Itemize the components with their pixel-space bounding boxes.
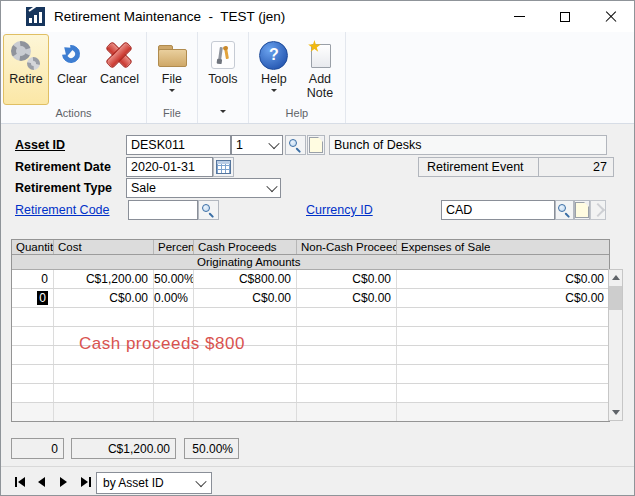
- scroll-up-button[interactable]: [609, 270, 622, 285]
- file-dropdown-caret-icon: [169, 89, 175, 95]
- folder-icon: [157, 43, 187, 67]
- tools-group-caret[interactable]: [198, 105, 248, 123]
- retire-button[interactable]: Retire: [3, 34, 49, 105]
- window-title: Retirement Maintenance - TEST (jen): [54, 9, 285, 24]
- previous-record-button[interactable]: [33, 472, 50, 491]
- cancel-button[interactable]: Cancel: [95, 34, 144, 105]
- table-row[interactable]: 0 C$1,200.00 50.00% C$800.00 C$0.00 C$0.…: [12, 270, 609, 289]
- asset-id-lookup-button[interactable]: [285, 135, 306, 155]
- file-button[interactable]: File: [149, 34, 195, 105]
- retirement-type-label: Retirement Type: [15, 178, 112, 198]
- retirement-code-link[interactable]: Retirement Code: [15, 200, 110, 220]
- cell-non-cash-proceeds[interactable]: C$0.00: [297, 270, 397, 288]
- actions-group-label: Actions: [1, 105, 146, 123]
- cell-expenses-of-sale[interactable]: C$0.00: [397, 289, 609, 307]
- cell-cost[interactable]: C$0.00: [54, 289, 154, 307]
- previous-record-icon: [38, 477, 45, 487]
- retirement-date-label: Retirement Date: [15, 157, 111, 177]
- record-navigation: [11, 472, 94, 491]
- help-button-label: Help: [261, 72, 287, 86]
- ribbon-group-tools: Tools: [198, 32, 249, 123]
- cell-non-cash-proceeds[interactable]: C$0.00: [297, 289, 397, 307]
- disabled-arrow-icon: [591, 203, 605, 217]
- empty-table-row: [12, 365, 609, 384]
- undo-arrow-icon: [58, 41, 86, 69]
- ribbon-group-help: ? Help Add Note Help: [249, 32, 346, 123]
- sort-by-dropdown[interactable]: by Asset ID: [96, 472, 212, 494]
- clear-button-label: Clear: [57, 72, 87, 86]
- ribbon-group-actions: Retire Clear Cancel Actions: [1, 32, 147, 123]
- retirement-maintenance-window: Retirement Maintenance - TEST (jen) Reti…: [0, 0, 635, 496]
- arrow-down-icon: [612, 410, 620, 419]
- table-row[interactable]: 0 C$0.00 0.00% C$0.00 C$0.00 C$0.00: [12, 289, 609, 308]
- magnifier-icon: [289, 139, 302, 152]
- clear-button[interactable]: Clear: [49, 34, 95, 105]
- next-record-button[interactable]: [55, 472, 72, 491]
- magnifier-icon: [202, 204, 215, 217]
- red-x-icon: [105, 41, 133, 69]
- first-record-button[interactable]: [11, 472, 28, 491]
- retirement-code-field[interactable]: [128, 200, 198, 220]
- help-group-label: Help: [249, 105, 345, 123]
- retirement-event-label: Retirement Event: [418, 157, 539, 177]
- retirement-type-value: Sale: [131, 181, 156, 195]
- cell-cost[interactable]: C$1,200.00: [54, 270, 154, 288]
- retirement-lines-table: Quantity Cost Percent Cash Proceeds Non-…: [11, 239, 610, 422]
- scroll-down-button[interactable]: [609, 405, 622, 420]
- cell-expenses-of-sale[interactable]: C$0.00: [397, 270, 609, 288]
- column-header-percent: Percent: [154, 240, 194, 254]
- help-button[interactable]: ? Help: [251, 34, 297, 105]
- asset-description-field: Bunch of Desks: [329, 135, 607, 155]
- asset-suffix-dropdown[interactable]: 1: [231, 135, 283, 155]
- minimize-button[interactable]: [496, 1, 542, 32]
- originating-amounts-row: Originating Amounts: [12, 255, 609, 270]
- selected-text: 0: [37, 291, 48, 305]
- add-note-button[interactable]: Add Note: [297, 34, 343, 105]
- cell-percent[interactable]: 50.00%: [154, 270, 194, 288]
- empty-table-row: [12, 308, 609, 327]
- currency-note-button[interactable]: [574, 200, 590, 220]
- cell-cash-proceeds[interactable]: C$0.00: [194, 289, 297, 307]
- arrow-up-icon: [612, 271, 620, 280]
- help-dropdown-caret-icon: [271, 89, 277, 95]
- cancel-button-label: Cancel: [100, 72, 139, 86]
- close-icon: [605, 11, 617, 23]
- tools-group-caret-icon: [220, 110, 226, 116]
- tools-button[interactable]: Tools: [200, 34, 246, 105]
- asset-id-note-button[interactable]: [307, 135, 325, 155]
- currency-id-link[interactable]: Currency ID: [306, 200, 373, 220]
- retirement-date-calendar-button[interactable]: [213, 157, 234, 177]
- file-button-label: File: [162, 72, 182, 86]
- empty-table-row: [12, 403, 609, 421]
- retirement-type-dropdown[interactable]: Sale: [126, 178, 281, 198]
- footer-divider: [1, 466, 634, 467]
- maximize-button[interactable]: [542, 1, 588, 32]
- scrollbar-thumb[interactable]: [609, 286, 622, 310]
- currency-id-field[interactable]: CAD: [441, 200, 555, 220]
- retirement-date-field[interactable]: 2020-01-31: [126, 157, 213, 177]
- last-record-button[interactable]: [77, 472, 94, 491]
- note-page-icon: [309, 137, 323, 153]
- currency-lookup-button[interactable]: [555, 200, 574, 220]
- ribbon-group-file: File File: [147, 32, 198, 123]
- minimize-icon: [514, 16, 525, 17]
- last-record-icon: [81, 477, 88, 487]
- table-vertical-scrollbar[interactable]: [608, 269, 623, 421]
- gears-icon: [10, 40, 42, 70]
- cell-quantity-selected[interactable]: 0: [12, 289, 54, 307]
- cell-cash-proceeds[interactable]: C$800.00: [194, 270, 297, 288]
- total-quantity-box: 0: [11, 438, 64, 459]
- cell-quantity[interactable]: 0: [12, 270, 54, 288]
- close-button[interactable]: [588, 1, 634, 32]
- retirement-code-lookup-button[interactable]: [198, 200, 219, 220]
- retire-button-label: Retire: [9, 72, 42, 86]
- retirement-event-value: 27: [538, 157, 614, 177]
- magnifier-icon: [558, 204, 571, 217]
- maximize-icon: [560, 12, 570, 22]
- ribbon: Retire Clear Cancel Actions File: [1, 32, 634, 124]
- cell-percent[interactable]: 0.00%: [154, 289, 194, 307]
- help-question-icon: ?: [259, 41, 288, 70]
- add-note-label-line2: Note: [307, 86, 333, 100]
- column-header-cash-proceeds: Cash Proceeds: [194, 240, 297, 254]
- asset-id-field[interactable]: DESK011: [126, 135, 231, 155]
